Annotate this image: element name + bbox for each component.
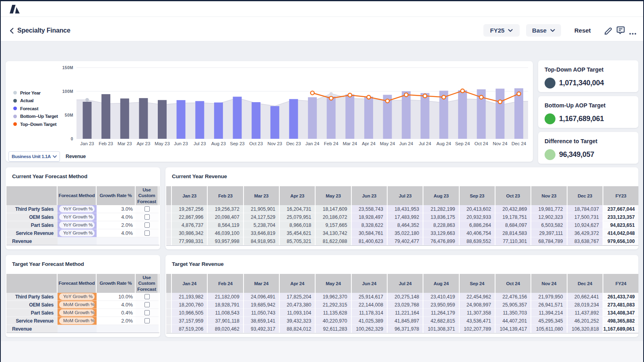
- svg-text:0: 0: [71, 137, 73, 141]
- svg-text:Dec 23: Dec 23: [286, 141, 301, 146]
- svg-text:Mar 24: Mar 24: [343, 141, 357, 146]
- svg-text:Apr 23: Apr 23: [136, 141, 150, 146]
- svg-text:Feb 23: Feb 23: [99, 141, 113, 146]
- svg-text:100M: 100M: [62, 89, 73, 94]
- svg-text:Jul 24: Jul 24: [419, 141, 431, 146]
- svg-text:Oct 24: Oct 24: [475, 141, 488, 146]
- svg-text:150M: 150M: [62, 66, 73, 70]
- svg-text:Nov 24: Nov 24: [493, 141, 508, 146]
- svg-text:Nov 23: Nov 23: [268, 141, 282, 146]
- svg-text:Aug 24: Aug 24: [436, 141, 451, 146]
- svg-text:Mar 23: Mar 23: [118, 141, 132, 146]
- svg-text:Jun 23: Jun 23: [174, 141, 188, 146]
- svg-text:Aug 23: Aug 23: [211, 141, 226, 146]
- svg-text:Dec 24: Dec 24: [512, 141, 526, 146]
- svg-text:May 23: May 23: [155, 141, 170, 146]
- svg-text:May 24: May 24: [380, 141, 395, 146]
- svg-text:Jan 24: Jan 24: [305, 141, 320, 146]
- svg-text:Jun 24: Jun 24: [399, 141, 413, 146]
- svg-text:Sep 23: Sep 23: [230, 141, 244, 146]
- svg-text:50M: 50M: [65, 113, 73, 117]
- svg-text:Apr 24: Apr 24: [362, 141, 376, 146]
- svg-text:Oct 23: Oct 23: [249, 141, 263, 146]
- svg-text:Jul 23: Jul 23: [194, 141, 206, 146]
- svg-text:Sep 24: Sep 24: [455, 141, 470, 146]
- svg-text:Feb 24: Feb 24: [324, 141, 339, 146]
- svg-text:Jan 23: Jan 23: [80, 141, 94, 146]
